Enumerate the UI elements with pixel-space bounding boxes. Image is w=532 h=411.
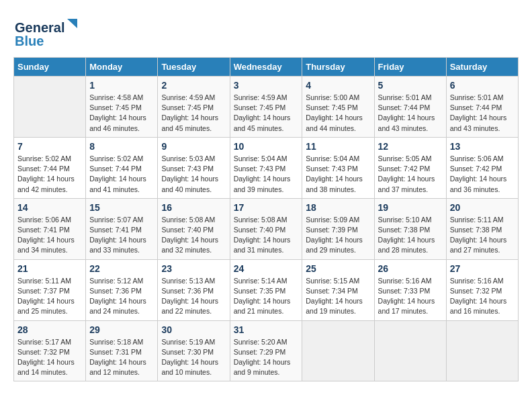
day-info: Sunrise: 5:10 AM Sunset: 7:38 PM Dayligh… [378, 215, 443, 256]
day-info: Sunrise: 5:13 AM Sunset: 7:36 PM Dayligh… [161, 276, 226, 317]
day-info: Sunrise: 5:04 AM Sunset: 7:43 PM Dayligh… [234, 154, 299, 195]
day-info: Sunrise: 5:14 AM Sunset: 7:35 PM Dayligh… [234, 276, 299, 317]
calendar-cell: 26Sunrise: 5:16 AM Sunset: 7:33 PM Dayli… [374, 259, 446, 320]
day-info: Sunrise: 5:18 AM Sunset: 7:31 PM Dayligh… [89, 337, 154, 378]
calendar-cell: 29Sunrise: 5:18 AM Sunset: 7:31 PM Dayli… [86, 320, 158, 381]
calendar-cell: 19Sunrise: 5:10 AM Sunset: 7:38 PM Dayli… [374, 198, 446, 259]
column-header-sunday: Sunday [14, 58, 86, 77]
day-info: Sunrise: 5:08 AM Sunset: 7:40 PM Dayligh… [161, 215, 226, 256]
day-info: Sunrise: 5:19 AM Sunset: 7:30 PM Dayligh… [161, 337, 226, 378]
day-info: Sunrise: 5:02 AM Sunset: 7:44 PM Dayligh… [17, 154, 82, 195]
calendar-cell: 21Sunrise: 5:11 AM Sunset: 7:37 PM Dayli… [14, 259, 86, 320]
day-info: Sunrise: 5:16 AM Sunset: 7:33 PM Dayligh… [378, 276, 443, 317]
day-info: Sunrise: 5:06 AM Sunset: 7:42 PM Dayligh… [450, 154, 515, 195]
calendar-cell: 8Sunrise: 5:02 AM Sunset: 7:44 PM Daylig… [86, 137, 158, 198]
day-number: 15 [89, 202, 154, 213]
day-info: Sunrise: 5:03 AM Sunset: 7:43 PM Dayligh… [161, 154, 226, 195]
calendar-cell: 11Sunrise: 5:04 AM Sunset: 7:43 PM Dayli… [302, 137, 374, 198]
calendar-cell: 27Sunrise: 5:16 AM Sunset: 7:32 PM Dayli… [446, 259, 518, 320]
day-number: 14 [17, 202, 82, 213]
week-row-3: 14Sunrise: 5:06 AM Sunset: 7:41 PM Dayli… [14, 198, 519, 259]
day-info: Sunrise: 5:01 AM Sunset: 7:44 PM Dayligh… [378, 93, 443, 134]
calendar-cell: 15Sunrise: 5:07 AM Sunset: 7:41 PM Dayli… [86, 198, 158, 259]
day-number: 26 [378, 263, 443, 274]
day-number: 8 [89, 141, 154, 152]
calendar-cell: 31Sunrise: 5:20 AM Sunset: 7:29 PM Dayli… [230, 320, 302, 381]
day-number: 22 [89, 263, 154, 274]
day-info: Sunrise: 5:05 AM Sunset: 7:42 PM Dayligh… [378, 154, 443, 195]
column-header-friday: Friday [374, 58, 446, 77]
day-info: Sunrise: 5:04 AM Sunset: 7:43 PM Dayligh… [306, 154, 370, 195]
day-info: Sunrise: 5:15 AM Sunset: 7:34 PM Dayligh… [306, 276, 370, 317]
day-number: 11 [306, 141, 370, 152]
calendar-cell [374, 320, 446, 381]
calendar-cell [302, 320, 374, 381]
svg-text:Blue: Blue [15, 34, 44, 48]
day-info: Sunrise: 5:02 AM Sunset: 7:44 PM Dayligh… [89, 154, 154, 195]
day-info: Sunrise: 5:12 AM Sunset: 7:36 PM Dayligh… [89, 276, 154, 317]
day-info: Sunrise: 5:07 AM Sunset: 7:41 PM Dayligh… [89, 215, 154, 256]
calendar-cell: 4Sunrise: 5:00 AM Sunset: 7:45 PM Daylig… [302, 77, 374, 138]
day-info: Sunrise: 4:59 AM Sunset: 7:45 PM Dayligh… [161, 93, 226, 134]
calendar-cell: 25Sunrise: 5:15 AM Sunset: 7:34 PM Dayli… [302, 259, 374, 320]
day-number: 30 [161, 324, 226, 335]
day-number: 19 [378, 202, 443, 213]
week-row-2: 7Sunrise: 5:02 AM Sunset: 7:44 PM Daylig… [14, 137, 519, 198]
day-number: 1 [89, 80, 154, 91]
day-info: Sunrise: 5:17 AM Sunset: 7:32 PM Dayligh… [17, 337, 82, 378]
calendar-cell: 22Sunrise: 5:12 AM Sunset: 7:36 PM Dayli… [86, 259, 158, 320]
column-header-thursday: Thursday [302, 58, 374, 77]
day-info: Sunrise: 5:06 AM Sunset: 7:41 PM Dayligh… [17, 215, 82, 256]
day-number: 24 [234, 263, 299, 274]
day-number: 21 [17, 263, 82, 274]
day-number: 10 [234, 141, 299, 152]
day-info: Sunrise: 5:00 AM Sunset: 7:45 PM Dayligh… [306, 93, 370, 134]
day-number: 20 [450, 202, 515, 213]
day-number: 13 [450, 141, 515, 152]
day-number: 12 [378, 141, 443, 152]
day-info: Sunrise: 5:16 AM Sunset: 7:32 PM Dayligh… [450, 276, 515, 317]
calendar-cell: 14Sunrise: 5:06 AM Sunset: 7:41 PM Dayli… [14, 198, 86, 259]
day-info: Sunrise: 4:58 AM Sunset: 7:45 PM Dayligh… [89, 93, 154, 134]
day-number: 18 [306, 202, 370, 213]
calendar-cell: 24Sunrise: 5:14 AM Sunset: 7:35 PM Dayli… [230, 259, 302, 320]
column-header-tuesday: Tuesday [158, 58, 230, 77]
day-number: 23 [161, 263, 226, 274]
calendar-cell: 20Sunrise: 5:11 AM Sunset: 7:38 PM Dayli… [446, 198, 518, 259]
calendar-cell: 28Sunrise: 5:17 AM Sunset: 7:32 PM Dayli… [14, 320, 86, 381]
column-header-wednesday: Wednesday [230, 58, 302, 77]
day-info: Sunrise: 4:59 AM Sunset: 7:45 PM Dayligh… [234, 93, 299, 134]
calendar-cell: 1Sunrise: 4:58 AM Sunset: 7:45 PM Daylig… [86, 77, 158, 138]
svg-text:General: General [15, 20, 64, 35]
day-number: 7 [17, 141, 82, 152]
calendar-cell: 9Sunrise: 5:03 AM Sunset: 7:43 PM Daylig… [158, 137, 230, 198]
day-number: 17 [234, 202, 299, 213]
calendar-cell: 3Sunrise: 4:59 AM Sunset: 7:45 PM Daylig… [230, 77, 302, 138]
day-info: Sunrise: 5:09 AM Sunset: 7:39 PM Dayligh… [306, 215, 370, 256]
logo-svg: General Blue [13, 13, 81, 50]
week-row-1: 1Sunrise: 4:58 AM Sunset: 7:45 PM Daylig… [14, 77, 519, 138]
calendar-cell: 12Sunrise: 5:05 AM Sunset: 7:42 PM Dayli… [374, 137, 446, 198]
day-number: 27 [450, 263, 515, 274]
day-number: 6 [450, 80, 515, 91]
week-row-4: 21Sunrise: 5:11 AM Sunset: 7:37 PM Dayli… [14, 259, 519, 320]
svg-marker-1 [67, 19, 77, 28]
calendar-cell [446, 320, 518, 381]
day-number: 29 [89, 324, 154, 335]
page-header: General Blue [13, 13, 519, 50]
calendar-cell: 23Sunrise: 5:13 AM Sunset: 7:36 PM Dayli… [158, 259, 230, 320]
day-info: Sunrise: 5:11 AM Sunset: 7:37 PM Dayligh… [17, 276, 82, 317]
calendar-cell: 13Sunrise: 5:06 AM Sunset: 7:42 PM Dayli… [446, 137, 518, 198]
day-number: 5 [378, 80, 443, 91]
logo: General Blue [13, 13, 81, 50]
day-number: 2 [161, 80, 226, 91]
header-row: SundayMondayTuesdayWednesdayThursdayFrid… [14, 58, 519, 77]
column-header-monday: Monday [86, 58, 158, 77]
calendar-cell: 5Sunrise: 5:01 AM Sunset: 7:44 PM Daylig… [374, 77, 446, 138]
column-header-saturday: Saturday [446, 58, 518, 77]
calendar-cell: 18Sunrise: 5:09 AM Sunset: 7:39 PM Dayli… [302, 198, 374, 259]
day-number: 25 [306, 263, 370, 274]
day-info: Sunrise: 5:01 AM Sunset: 7:44 PM Dayligh… [450, 93, 515, 134]
calendar-cell: 7Sunrise: 5:02 AM Sunset: 7:44 PM Daylig… [14, 137, 86, 198]
calendar-cell: 6Sunrise: 5:01 AM Sunset: 7:44 PM Daylig… [446, 77, 518, 138]
